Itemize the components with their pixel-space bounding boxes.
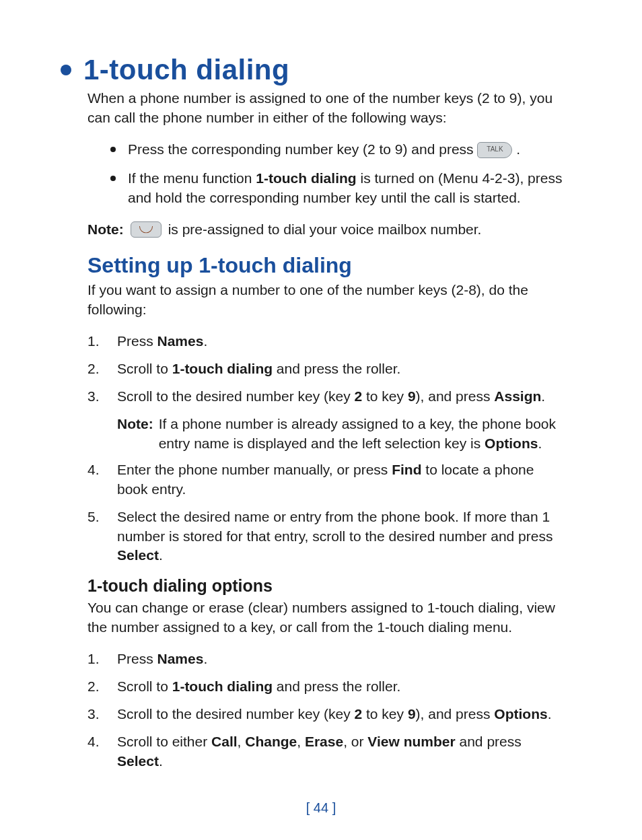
step-text: Scroll to either Call, Change, Erase, or…	[117, 732, 568, 771]
step-text: Select the desired name or entry from th…	[117, 508, 568, 566]
step-number: 3.	[87, 387, 106, 407]
heading-1: 1-touch dialing	[83, 54, 289, 86]
note-row: Note: is pre-assigned to dial your voice…	[87, 220, 568, 240]
step-number: 5.	[87, 508, 106, 566]
list-item-text: If the menu function 1-touch dialing is …	[128, 169, 568, 208]
step-number: 1.	[87, 332, 106, 351]
step-number: 4.	[87, 732, 106, 771]
options-intro: You can change or erase (clear) numbers …	[87, 598, 568, 637]
list-item: 4. Scroll to either Call, Change, Erase,…	[87, 732, 568, 771]
list-item-text: Press the corresponding number key (2 to…	[128, 140, 520, 160]
list-item: 4. Enter the phone number manually, or p…	[87, 460, 568, 499]
intro-paragraph: When a phone number is assigned to one o…	[87, 89, 568, 128]
heading-bullet-icon	[61, 65, 71, 75]
note-text: is pre-assigned to dial your voice mailb…	[168, 220, 482, 240]
options-steps-list: 1. Press Names. 2. Scroll to 1-touch dia…	[87, 650, 568, 771]
list-item: 5. Select the desired name or entry from…	[87, 508, 568, 566]
bullet-icon	[110, 176, 116, 181]
list-item: Press the corresponding number key (2 to…	[110, 140, 568, 160]
step-text: Scroll to the desired number key (key 2 …	[117, 387, 568, 407]
list-item: 1. Press Names.	[87, 332, 568, 351]
setup-intro: If you want to assign a number to one of…	[87, 281, 568, 320]
list-item: 2. Scroll to 1-touch dialing and press t…	[87, 677, 568, 697]
list-item: If the menu function 1-touch dialing is …	[110, 169, 568, 208]
step-number: 4.	[87, 460, 106, 499]
heading-3: 1-touch dialing options	[87, 576, 568, 596]
step-number: 1.	[87, 650, 106, 669]
list-item: 1. Press Names.	[87, 650, 568, 669]
document-page: 1-touch dialing When a phone number is a…	[0, 0, 642, 840]
step-number: 2.	[87, 359, 106, 379]
sub-note: Note: If a phone number is already assig…	[117, 415, 568, 454]
list-item: 2. Scroll to 1-touch dialing and press t…	[87, 359, 568, 379]
sub-note-label: Note:	[117, 415, 153, 454]
step-text: Scroll to 1-touch dialing and press the …	[117, 359, 568, 379]
heading-2: Setting up 1-touch dialing	[87, 253, 568, 278]
bullet-icon	[110, 147, 116, 152]
list-item: 3. Scroll to the desired number key (key…	[87, 705, 568, 724]
voicemail-key-icon	[131, 221, 162, 238]
note-label: Note:	[87, 220, 124, 240]
sub-note-text: If a phone number is already assigned to…	[159, 415, 568, 454]
ways-list: Press the corresponding number key (2 to…	[87, 140, 568, 208]
step-text: Enter the phone number manually, or pres…	[117, 460, 568, 499]
step-number: 2.	[87, 677, 106, 697]
step-text: Scroll to the desired number key (key 2 …	[117, 705, 568, 724]
talk-key-icon: TALK	[477, 142, 512, 158]
step-text: Press Names.	[117, 332, 568, 351]
step-number: 3.	[87, 705, 106, 724]
step-text: Press Names.	[117, 650, 568, 669]
step-text: Scroll to 1-touch dialing and press the …	[117, 677, 568, 697]
heading-1-row: 1-touch dialing	[61, 54, 568, 86]
page-number: [ 44 ]	[0, 800, 642, 816]
setup-steps-list: 1. Press Names. 2. Scroll to 1-touch dia…	[87, 332, 568, 566]
list-item: 3. Scroll to the desired number key (key…	[87, 387, 568, 407]
